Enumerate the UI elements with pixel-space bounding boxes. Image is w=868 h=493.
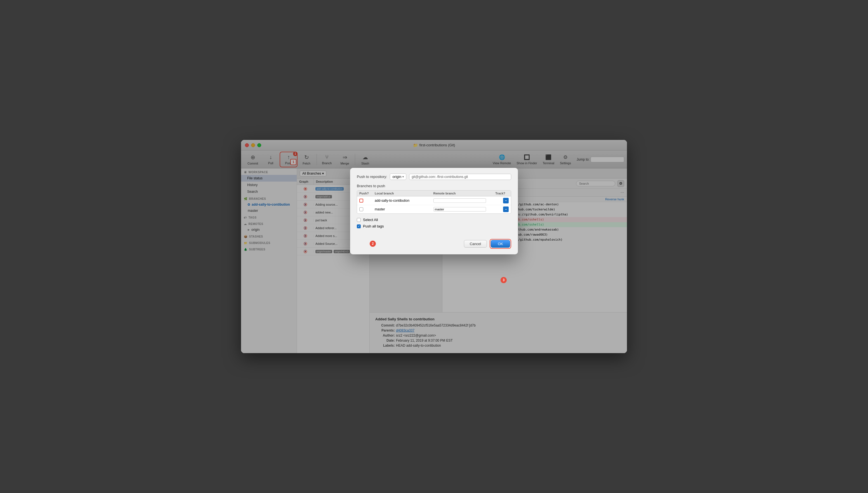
remote-url-display: git@github.com: /first-contributions.git: [409, 174, 511, 180]
minus-icon: −: [505, 199, 507, 202]
remote-select-arrow: ▾: [402, 175, 404, 178]
cancel-button[interactable]: Cancel: [464, 240, 487, 248]
push-all-tags-row: ✓ Push all tags: [357, 224, 511, 228]
branch-row-1: add-sally-to-contibution −: [357, 196, 511, 205]
step-badge-2: 2: [370, 241, 376, 247]
select-all-row: Select All: [357, 218, 511, 222]
push-dialog: Push to repository: origin ▾ git@github.…: [350, 168, 518, 254]
ok-button[interactable]: OK: [491, 240, 510, 248]
branches-section: Branches to push Push? Local branch Remo…: [357, 184, 511, 214]
branch-remote-1: [433, 198, 492, 203]
ok-button-wrapper: OK: [490, 239, 511, 249]
step-badge-3: 3: [500, 277, 507, 283]
track-button-2[interactable]: −: [503, 207, 509, 212]
branches-table-header: Push? Local branch Remote branch Track?: [357, 191, 511, 196]
branch-remote-2: [433, 207, 492, 212]
track-button-1[interactable]: −: [503, 198, 509, 203]
branches-table: Push? Local branch Remote branch Track? …: [357, 190, 511, 214]
branch-row-2: master −: [357, 205, 511, 213]
dialog-overlay: Push to repository: origin ▾ git@github.…: [241, 140, 627, 353]
dialog-body: Push to repository: origin ▾ git@github.…: [350, 168, 518, 236]
branch-push-checkbox-1[interactable]: [359, 199, 363, 202]
branch-local-2: master: [375, 207, 433, 211]
minus-icon-2: −: [505, 207, 507, 211]
push-all-tags-checkbox[interactable]: ✓: [357, 224, 361, 228]
select-all-checkbox[interactable]: [357, 218, 361, 222]
remote-branch-input-2[interactable]: [433, 207, 486, 212]
remote-select[interactable]: origin ▾: [390, 173, 406, 180]
app-window: 📁 first-contributions (Git) ⊕ Commit ↓ P…: [241, 140, 627, 353]
branch-local-1: add-sally-to-contibution: [375, 199, 433, 202]
push-to-row: Push to repository: origin ▾ git@github.…: [357, 173, 511, 180]
remote-branch-input-1[interactable]: [433, 198, 486, 203]
branch-push-checkbox-2[interactable]: [359, 207, 363, 211]
